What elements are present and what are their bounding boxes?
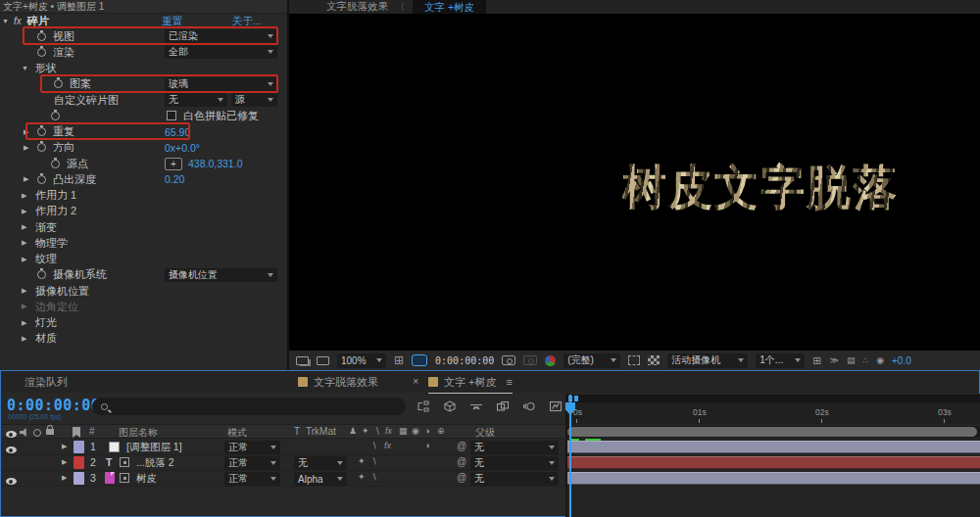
show-channels-icon[interactable]	[545, 355, 556, 366]
current-time-display[interactable]: 0:00:00:00	[7, 397, 100, 414]
pickwhip-icon[interactable]: @	[457, 472, 466, 483]
stopwatch-icon[interactable]	[54, 79, 63, 88]
layer-name[interactable]: [调整图层 1]	[126, 441, 182, 454]
time-ruler[interactable]: 0s 01s 02s 03s	[567, 402, 980, 424]
expand-icon[interactable]: ▶	[22, 223, 35, 231]
fx-switch[interactable]: fx	[384, 441, 391, 450]
label-swatch[interactable]	[74, 456, 84, 471]
eye-icon[interactable]	[6, 444, 17, 455]
exposure-value[interactable]: +0.0	[892, 355, 911, 366]
tab-render-queue[interactable]: 渲染队列	[24, 375, 68, 390]
expand-icon[interactable]: ▶	[24, 175, 37, 183]
expand-icon[interactable]: ▶	[22, 319, 35, 327]
stopwatch-icon[interactable]	[51, 112, 60, 120]
reset-exposure-icon[interactable]: ◉	[876, 355, 884, 365]
t-column-header[interactable]: T	[294, 426, 300, 437]
viewer-timecode[interactable]: 0:00:00:00	[435, 355, 494, 366]
show-snapshot-icon[interactable]	[523, 355, 537, 365]
primary-viewer-icon[interactable]	[317, 356, 329, 365]
expand-icon[interactable]: ▶	[22, 192, 35, 200]
layer-name-column-header[interactable]: 图层名称	[119, 426, 158, 440]
pixel-aspect-ratio-icon[interactable]: ⊞	[812, 354, 821, 367]
region-of-interest-icon[interactable]	[628, 355, 640, 365]
expand-icon[interactable]: ▶	[24, 128, 37, 136]
flowchart-icon[interactable]: ∴	[862, 355, 868, 365]
layer-name[interactable]: 树皮	[136, 472, 157, 486]
collapse-switch[interactable]: ✦	[358, 472, 366, 482]
transparency-grid-icon[interactable]	[648, 355, 660, 365]
close-tab-icon[interactable]: ×	[413, 375, 418, 387]
always-preview-icon[interactable]	[296, 356, 309, 365]
snapshot-camera-icon[interactable]	[502, 355, 515, 365]
parent-dropdown[interactable]: 无	[470, 441, 559, 454]
view-layout-dropdown[interactable]: 1个...	[756, 353, 805, 368]
pattern-dropdown[interactable]: 玻璃	[165, 77, 277, 91]
parent-dropdown[interactable]: 无	[470, 456, 559, 470]
stopwatch-icon[interactable]	[37, 175, 46, 184]
motion-blur-icon[interactable]	[522, 400, 536, 412]
custom-map-dropdown[interactable]: 无	[165, 93, 227, 107]
layer-row-bark[interactable]: ▶ 3 树皮 正常 Alpha ✦ ∖ @ 无	[1, 471, 565, 487]
expand-icon[interactable]: ▶	[22, 256, 35, 263]
magnification-dropdown[interactable]: 100%	[337, 353, 386, 368]
origin-value[interactable]: 438.0,331.0	[188, 158, 242, 169]
view-dropdown[interactable]: 已渲染	[165, 29, 277, 43]
origin-crosshair-button[interactable]: +	[165, 158, 182, 170]
collapse-effect-icon[interactable]: ▼	[0, 18, 14, 24]
draft-3d-icon[interactable]	[443, 400, 457, 412]
eye-icon[interactable]	[6, 475, 17, 487]
pickwhip-icon[interactable]: @	[457, 441, 466, 451]
camera-view-dropdown[interactable]: 活动摄像机	[667, 353, 748, 368]
trkmat-dropdown[interactable]: Alpha	[294, 472, 347, 486]
expand-icon[interactable]: ▶	[22, 335, 35, 343]
breadcrumb-previous-comp[interactable]: 文字脱落效果	[326, 0, 388, 14]
timeline-search-box[interactable]	[92, 398, 406, 415]
breadcrumb-current-comp[interactable]: 文字 +树皮	[413, 0, 486, 14]
render-dropdown[interactable]: 全部	[165, 45, 277, 59]
frame-blending-icon[interactable]	[496, 400, 510, 412]
blend-mode-dropdown[interactable]: 正常	[224, 441, 280, 454]
scrollbar-thumb[interactable]	[567, 427, 977, 437]
about-effect-link[interactable]: 关于...	[232, 15, 262, 28]
blend-mode-dropdown[interactable]: 正常	[224, 472, 280, 486]
stopwatch-icon[interactable]	[37, 127, 46, 136]
comp-mini-flowchart-icon[interactable]	[416, 400, 430, 412]
layer-bar-text[interactable]	[567, 456, 980, 469]
blend-mode-dropdown[interactable]: 正常	[224, 456, 280, 470]
source-dropdown[interactable]: 源	[231, 93, 277, 107]
layer-bar-bark[interactable]	[567, 472, 980, 485]
quality-switch[interactable]: ∖	[371, 441, 377, 450]
mask-visibility-icon[interactable]	[412, 354, 427, 366]
grid-guides-icon[interactable]: ⊞	[394, 353, 404, 367]
layer-bar-adjustment[interactable]	[567, 441, 980, 453]
collapse-switch[interactable]: ✦	[358, 456, 366, 466]
quality-switch[interactable]: ∖	[371, 456, 377, 466]
stopwatch-icon[interactable]	[37, 143, 46, 152]
fast-previews-icon[interactable]: ≫	[830, 355, 839, 365]
stopwatch-icon[interactable]	[51, 160, 60, 168]
label-swatch[interactable]	[74, 472, 84, 487]
layer-name[interactable]: ...脱落 2	[136, 456, 174, 470]
expand-icon[interactable]: ▶	[22, 239, 35, 247]
layer-row-text[interactable]: ▶ 2 T ...脱落 2 正常 无 ✦ ∖ @ 无	[1, 455, 565, 471]
graph-editor-icon[interactable]	[549, 400, 563, 412]
mode-column-header[interactable]: 模式	[227, 426, 247, 440]
stopwatch-icon[interactable]	[37, 48, 46, 57]
parent-column-header[interactable]: 父级	[475, 426, 495, 440]
extrusion-depth-value[interactable]: 0.20	[165, 173, 184, 185]
parent-dropdown[interactable]: 无	[470, 472, 559, 486]
camera-system-dropdown[interactable]: 摄像机位置	[165, 268, 277, 282]
resolution-dropdown[interactable]: (完整)	[564, 353, 620, 368]
index-column-header[interactable]: #	[89, 426, 95, 437]
hide-shy-layers-icon[interactable]	[469, 400, 483, 412]
stopwatch-icon[interactable]	[37, 32, 46, 41]
layer-row-adjustment[interactable]: ▶ 1 [调整图层 1] 正常 ∖ fx ◑ @ 无	[1, 440, 565, 455]
reset-effect-link[interactable]: 重置	[162, 15, 182, 28]
tab-comp-text-bark[interactable]: 文字 +树皮≡	[428, 375, 513, 394]
collapse-group-icon[interactable]: ▼	[22, 65, 35, 71]
expand-icon[interactable]: ▶	[22, 287, 35, 295]
horizontal-scrollbar[interactable]	[567, 426, 980, 438]
timeline-panel-icon[interactable]: ▤	[847, 355, 856, 365]
white-tiles-checkbox[interactable]	[167, 111, 176, 120]
adjustment-layer-switch[interactable]: ◑	[424, 441, 429, 450]
